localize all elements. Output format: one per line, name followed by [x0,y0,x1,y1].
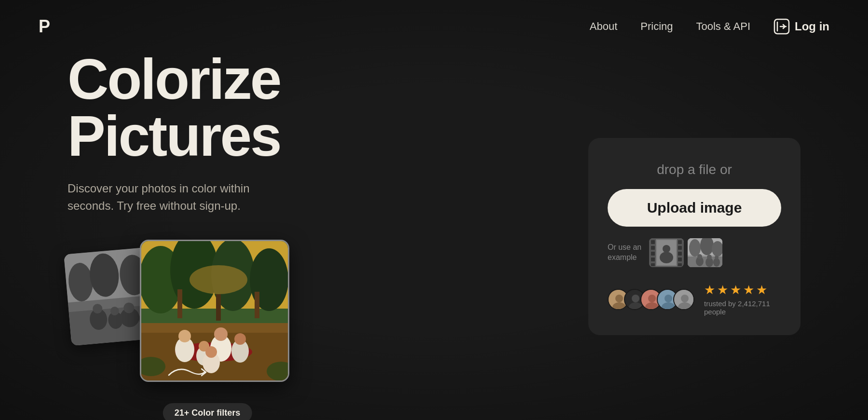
star-3: ★ [730,283,741,298]
svg-rect-48 [678,246,682,250]
star-5: ★ [756,283,767,298]
svg-rect-46 [651,263,655,266]
svg-rect-49 [678,252,682,256]
svg-rect-22 [177,289,182,318]
nav-pricing[interactable]: Pricing [640,20,673,33]
svg-rect-42 [651,240,655,244]
logo[interactable]: P [39,16,50,37]
nav-about[interactable]: About [590,20,618,33]
svg-point-25 [190,265,247,294]
svg-point-72 [632,295,639,302]
avatars [608,289,694,310]
example-row: Or use an example [608,238,781,267]
nav-links: About Pricing Tools & API Log in [590,18,829,35]
hero-section: Colorize Pictures Discover your photos i… [0,53,868,420]
example-thumb-1[interactable] [649,238,684,267]
photo-demo: 21+ Color filters [68,240,347,420]
login-label: Log in [795,20,829,33]
thumb-2-svg [688,238,722,267]
svg-point-63 [697,254,702,259]
stars: ★ ★ ★ ★ ★ [704,283,781,298]
social-proof: ★ ★ ★ ★ ★ trusted by 2,412,711 people [608,283,781,316]
svg-rect-24 [255,292,259,318]
arrow-svg [164,358,212,387]
hero-title: Colorize Pictures [68,51,550,164]
svg-rect-47 [678,240,682,244]
upload-button[interactable]: Upload image [608,189,781,227]
svg-point-75 [648,295,656,302]
drop-text: drop a file or [657,162,732,177]
example-thumbnails [649,238,722,267]
svg-point-38 [234,333,246,345]
svg-rect-44 [651,252,655,256]
svg-rect-51 [678,263,682,266]
svg-point-69 [615,295,623,302]
hero-subtitle: Discover your photos in color within sec… [68,180,289,215]
trust-text: trusted by 2,412,711 people [704,299,781,316]
star-2: ★ [717,283,728,298]
svg-point-30 [178,330,191,342]
upload-card: drop a file or Upload image Or use an ex… [588,138,800,335]
example-label: Or use an example [608,243,641,263]
nav-tools[interactable]: Tools & API [696,20,751,33]
svg-point-78 [665,295,672,302]
svg-point-36 [205,346,217,358]
svg-point-34 [214,327,228,341]
thumb-1-svg [649,238,684,267]
svg-point-58 [689,239,701,257]
svg-point-54 [663,245,670,253]
svg-rect-23 [216,294,221,321]
svg-point-65 [707,255,712,259]
hero-left: Colorize Pictures Discover your photos i… [68,51,550,420]
login-icon [773,18,790,35]
svg-rect-45 [651,257,655,261]
color-filters-badge: 21+ Color filters [163,403,252,420]
svg-point-55 [660,252,673,263]
star-1: ★ [704,283,715,298]
svg-point-81 [681,295,689,302]
navigation: P About Pricing Tools & API Log in [0,0,868,53]
avatar-5-svg [674,290,694,310]
example-thumb-2[interactable] [688,238,722,267]
star-4: ★ [743,283,754,298]
hero-right: drop a file or Upload image Or use an ex… [588,138,800,335]
svg-rect-43 [651,246,655,250]
color-photo [140,240,289,382]
rating-block: ★ ★ ★ ★ ★ trusted by 2,412,711 people [704,283,781,316]
avatar-5 [673,289,694,310]
svg-rect-50 [678,257,682,261]
arrow-indicator [164,358,212,389]
svg-point-67 [715,256,719,259]
login-button[interactable]: Log in [773,18,829,35]
